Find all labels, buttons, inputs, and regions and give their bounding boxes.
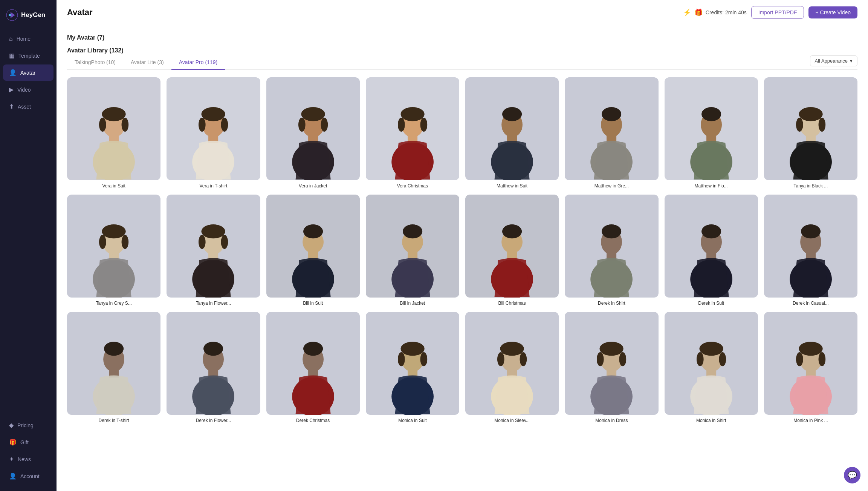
avatar-card[interactable]: Derek in Shirt bbox=[565, 195, 658, 306]
sidebar-item-avatar[interactable]: 👤 Avatar bbox=[3, 64, 53, 81]
asset-icon: ⬆ bbox=[9, 103, 14, 110]
sidebar-item-pricing[interactable]: ◆ Pricing bbox=[3, 417, 53, 433]
avatar-name: Bill Christmas bbox=[465, 301, 559, 306]
avatar-card[interactable]: Matthew in Suit bbox=[465, 77, 559, 189]
avatar-figure bbox=[67, 195, 160, 298]
create-video-button[interactable]: + Create Video bbox=[808, 6, 857, 18]
avatar-figure-svg bbox=[278, 87, 348, 180]
avatar-image bbox=[67, 195, 160, 298]
avatar-figure bbox=[266, 195, 360, 298]
avatar-card[interactable]: Derek Christmas bbox=[266, 312, 360, 423]
chat-bubble[interactable]: 💬 bbox=[844, 467, 860, 483]
avatar-image bbox=[266, 312, 360, 415]
svg-point-6 bbox=[102, 107, 125, 121]
sidebar-item-template[interactable]: ▦ Template bbox=[3, 48, 53, 64]
avatar-card[interactable]: Monica in Pink ... bbox=[764, 312, 857, 423]
sidebar-item-asset[interactable]: ⬆ Asset bbox=[3, 98, 53, 115]
chevron-down-icon: ▾ bbox=[850, 58, 853, 64]
avatar-figure bbox=[167, 195, 260, 298]
avatar-name: Tanya in Black ... bbox=[764, 183, 857, 189]
tab-bar: TalkingPhoto (10)Avatar Lite (3)Avatar P… bbox=[67, 55, 857, 70]
svg-point-97 bbox=[398, 352, 405, 366]
svg-point-114 bbox=[699, 342, 723, 356]
sidebar-item-gift[interactable]: 🎁 Gift bbox=[3, 434, 53, 450]
avatar-name: Vera in Jacket bbox=[266, 183, 360, 189]
avatar-image bbox=[266, 195, 360, 298]
avatar-card[interactable]: Monica in Sleev... bbox=[465, 312, 559, 423]
svg-point-109 bbox=[597, 352, 604, 366]
avatar-image bbox=[167, 312, 260, 415]
svg-point-19 bbox=[298, 118, 306, 132]
avatar-card[interactable]: Bill in Jacket bbox=[366, 195, 459, 306]
tab-talking-photo[interactable]: TalkingPhoto (10) bbox=[67, 55, 123, 70]
sidebar-item-news[interactable]: ✦ News bbox=[3, 451, 53, 467]
avatar-image bbox=[764, 77, 857, 180]
avatar-figure bbox=[266, 312, 360, 415]
avatar-card[interactable]: Vera in Suit bbox=[67, 77, 160, 189]
svg-point-72 bbox=[602, 224, 621, 238]
avatar-figure-svg bbox=[676, 87, 746, 180]
sidebar-item-account[interactable]: 👤 Account bbox=[3, 468, 53, 484]
sidebar-item-label: News bbox=[18, 456, 31, 462]
avatar-name: Matthew in Suit bbox=[465, 183, 559, 189]
avatar-figure-svg bbox=[79, 322, 149, 415]
tab-avatar-pro[interactable]: Avatar Pro (119) bbox=[171, 55, 225, 70]
avatar-figure bbox=[565, 77, 658, 180]
avatar-image bbox=[366, 195, 459, 298]
avatar-card[interactable]: Matthew in Flo... bbox=[665, 77, 758, 189]
logo-text: HeyGen bbox=[21, 11, 45, 19]
sidebar-item-home[interactable]: ⌂ Home bbox=[3, 31, 53, 47]
avatar-card[interactable]: Tanya in Flower... bbox=[167, 195, 260, 306]
avatar-name: Monica in Shirt bbox=[665, 418, 758, 423]
header-actions: ⚡ 🎁 Credits: 2min 40s Import PPT/PDF + C… bbox=[683, 6, 857, 19]
avatar-figure-svg bbox=[278, 322, 348, 415]
avatar-card[interactable]: Vera in Jacket bbox=[266, 77, 360, 189]
svg-point-84 bbox=[104, 342, 124, 356]
chat-icon: 💬 bbox=[848, 471, 857, 480]
avatar-card[interactable]: Vera in T-shirt bbox=[167, 77, 260, 189]
avatar-card[interactable]: Tanya in Grey S... bbox=[67, 195, 160, 306]
avatar-figure-svg bbox=[79, 205, 149, 298]
avatar-card[interactable]: Monica in Suit bbox=[366, 312, 459, 423]
svg-point-8 bbox=[122, 118, 129, 132]
avatar-card[interactable]: Derek in Suit bbox=[665, 195, 758, 306]
avatar-card[interactable]: Monica in Shirt bbox=[665, 312, 758, 423]
avatar-card[interactable]: Bill Christmas bbox=[465, 195, 559, 306]
heygen-logo-icon bbox=[6, 9, 18, 21]
avatar-figure-svg bbox=[79, 87, 149, 180]
avatar-image bbox=[665, 312, 758, 415]
avatar-image bbox=[764, 312, 857, 415]
avatar-figure-svg bbox=[178, 87, 248, 180]
import-button[interactable]: Import PPT/PDF bbox=[751, 6, 804, 19]
avatar-figure-svg bbox=[377, 205, 448, 298]
svg-point-26 bbox=[420, 118, 427, 132]
avatar-image bbox=[167, 77, 260, 180]
avatar-card[interactable]: Vera Christmas bbox=[366, 77, 459, 189]
avatar-figure bbox=[764, 312, 857, 415]
avatar-card[interactable]: Derek in Casual... bbox=[764, 195, 857, 306]
avatar-figure-svg bbox=[477, 87, 547, 180]
svg-point-110 bbox=[619, 352, 627, 366]
avatar-card[interactable]: Matthew in Gre... bbox=[565, 77, 658, 189]
svg-point-24 bbox=[400, 107, 424, 121]
avatar-card[interactable]: Derek in T-shirt bbox=[67, 312, 160, 423]
avatar-card[interactable]: Monica in Dress bbox=[565, 312, 658, 423]
avatar-image bbox=[764, 195, 857, 298]
avatar-figure bbox=[665, 77, 758, 180]
avatar-card[interactable]: Bill in Suit bbox=[266, 195, 360, 306]
avatar-name: Vera in T-shirt bbox=[167, 183, 260, 189]
avatar-figure-svg bbox=[477, 322, 547, 415]
sidebar-item-label: Home bbox=[17, 36, 31, 42]
tab-avatar-lite[interactable]: Avatar Lite (3) bbox=[123, 55, 171, 70]
home-icon: ⌂ bbox=[9, 35, 13, 42]
sidebar-item-video[interactable]: ▶ Video bbox=[3, 81, 53, 98]
filter-dropdown[interactable]: All Appearance ▾ bbox=[810, 55, 857, 66]
sidebar-item-label: Gift bbox=[20, 439, 29, 445]
avatar-card[interactable]: Derek in Flower... bbox=[167, 312, 260, 423]
avatar-image bbox=[565, 77, 658, 180]
avatar-figure-svg bbox=[676, 322, 746, 415]
avatar-card[interactable]: Tanya in Black ... bbox=[764, 77, 857, 189]
svg-point-7 bbox=[99, 118, 106, 132]
avatar-name: Monica in Sleev... bbox=[465, 418, 559, 423]
avatar-icon: 👤 bbox=[9, 69, 17, 76]
